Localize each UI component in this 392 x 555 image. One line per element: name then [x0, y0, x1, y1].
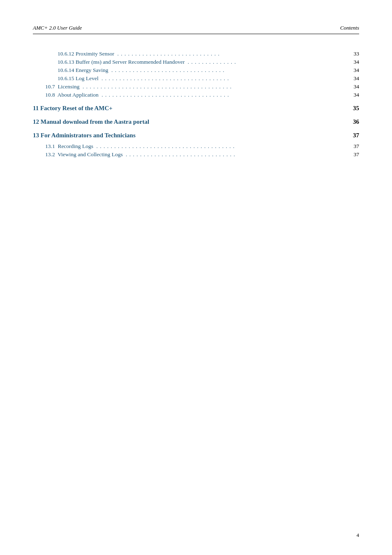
toc-page-132: 37: [349, 151, 359, 158]
page-header: AMC+ 2.0 User Guide Contents: [33, 25, 359, 34]
toc-text-10615: 10.6.15 Log Level: [58, 75, 99, 82]
toc-dots-10612: . . . . . . . . . . . . . . . . . . . . …: [115, 51, 348, 57]
toc-section-11-text: 11 Factory Reset of the AMC+: [33, 105, 113, 112]
toc-text-108: 10.8 About Application: [45, 92, 99, 98]
toc-entry-10615[interactable]: 10.6.15 Log Level . . . . . . . . . . . …: [33, 75, 359, 82]
toc-section-13-text: 13 For Administrators and Technicians: [33, 132, 136, 139]
toc-dots-107: . . . . . . . . . . . . . . . . . . . . …: [81, 83, 348, 90]
toc-page-10615: 34: [349, 75, 359, 82]
toc-text-10613: 10.6.13 Buffer (ms) and Server Recommend…: [58, 59, 184, 65]
toc-section-13-page: 37: [349, 132, 359, 139]
toc-section-11-page: 35: [349, 105, 359, 112]
toc-page-10612: 33: [349, 51, 359, 57]
toc-dots-10614: . . . . . . . . . . . . . . . . . . . . …: [110, 67, 348, 74]
toc-text-131: 13.1 Recording Logs: [45, 143, 93, 150]
toc-text-10614: 10.6.14 Energy Saving: [58, 67, 108, 74]
toc-dots-132: . . . . . . . . . . . . . . . . . . . . …: [124, 151, 348, 158]
toc-page-107: 34: [349, 83, 359, 90]
toc-dots-10615: . . . . . . . . . . . . . . . . . . . . …: [100, 75, 348, 82]
toc-section-12[interactable]: 12 Manual download from the Aastra porta…: [33, 118, 359, 125]
toc-entry-107[interactable]: 10.7 Licensing . . . . . . . . . . . . .…: [33, 83, 359, 90]
toc-section-12-page: 36: [349, 118, 359, 125]
header-section: Contents: [340, 25, 359, 31]
header-title: AMC+ 2.0 User Guide: [33, 25, 82, 31]
page-number: 4: [357, 532, 360, 539]
toc-page-131: 37: [349, 143, 359, 150]
toc-entry-132[interactable]: 13.2 Viewing and Collecting Logs . . . .…: [33, 151, 359, 158]
toc-page-10614: 34: [349, 67, 359, 74]
toc-dots-131: . . . . . . . . . . . . . . . . . . . . …: [95, 143, 348, 150]
toc-page-10613: 34: [349, 59, 359, 65]
toc-dots-108: . . . . . . . . . . . . . . . . . . . . …: [100, 92, 348, 98]
toc-entry-10612[interactable]: 10.6.12 Proximity Sensor . . . . . . . .…: [33, 51, 359, 57]
toc-text-107: 10.7 Licensing: [45, 83, 80, 90]
toc-text-10612: 10.6.12 Proximity Sensor: [58, 51, 114, 57]
toc-page-108: 34: [349, 92, 359, 98]
toc-section-11[interactable]: 11 Factory Reset of the AMC+ 35: [33, 105, 359, 112]
toc-dots-10613: . . . . . . . . . . . . . .: [186, 59, 348, 65]
page-container: AMC+ 2.0 User Guide Contents 10.6.12 Pro…: [0, 0, 392, 555]
toc-entry-10614[interactable]: 10.6.14 Energy Saving . . . . . . . . . …: [33, 67, 359, 74]
toc-content: 10.6.12 Proximity Sensor . . . . . . . .…: [33, 46, 359, 158]
toc-entry-108[interactable]: 10.8 About Application . . . . . . . . .…: [33, 92, 359, 98]
toc-text-132: 13.2 Viewing and Collecting Logs: [45, 151, 123, 158]
toc-section-13[interactable]: 13 For Administrators and Technicians 37: [33, 132, 359, 139]
toc-entry-131[interactable]: 13.1 Recording Logs . . . . . . . . . . …: [33, 143, 359, 150]
toc-section-12-text: 12 Manual download from the Aastra porta…: [33, 118, 149, 125]
toc-entry-10613[interactable]: 10.6.13 Buffer (ms) and Server Recommend…: [33, 59, 359, 65]
